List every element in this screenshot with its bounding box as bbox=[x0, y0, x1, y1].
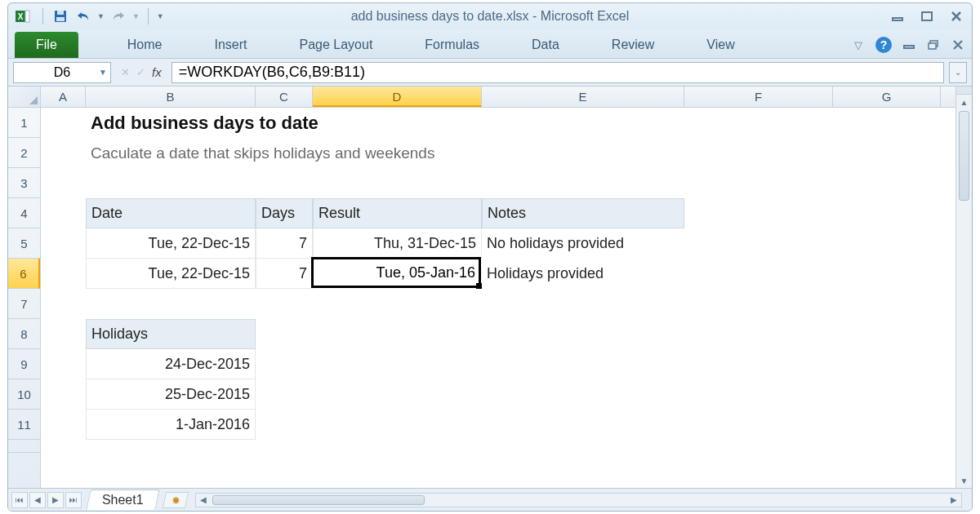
formula-input[interactable]: =WORKDAY(B6,C6,B9:B11) bbox=[172, 62, 944, 83]
cell-B11[interactable]: 1-Jan-2016 bbox=[86, 410, 256, 440]
scroll-left-icon[interactable]: ◀ bbox=[196, 494, 211, 507]
sheet-nav-last[interactable]: ⏭ bbox=[65, 492, 82, 508]
svg-rect-6 bbox=[893, 18, 902, 20]
svg-rect-10 bbox=[929, 43, 936, 49]
fill-handle[interactable] bbox=[476, 283, 482, 289]
row-header-7[interactable]: 7 bbox=[8, 289, 40, 319]
row-header-10[interactable]: 10 bbox=[8, 379, 40, 410]
active-cell[interactable]: Tue, 05-Jan-16 bbox=[311, 257, 481, 288]
vertical-scrollbar[interactable]: ▲ ▼ bbox=[956, 86, 972, 488]
qat-customize-icon[interactable]: ▼ bbox=[157, 12, 164, 20]
horizontal-scroll-thumb[interactable] bbox=[212, 495, 425, 505]
horizontal-scrollbar[interactable]: ◀ ▶ bbox=[195, 493, 962, 507]
name-box[interactable]: D6 ▼ bbox=[13, 62, 111, 83]
column-header-F[interactable]: F bbox=[684, 86, 833, 107]
cell-B9[interactable]: 24-Dec-2015 bbox=[86, 349, 256, 379]
svg-rect-7 bbox=[922, 12, 932, 20]
row-header-8[interactable]: 8 bbox=[8, 319, 40, 349]
name-box-dropdown-icon[interactable]: ▼ bbox=[99, 68, 107, 77]
cell-B4[interactable]: Date bbox=[86, 198, 256, 228]
ribbon-minimize-chevron-icon[interactable]: ▽ bbox=[851, 38, 866, 52]
undo-dropdown-icon[interactable]: ▼ bbox=[97, 12, 105, 20]
excel-window: X ▼ ▼ ▼ add business days to date.xlsx -… bbox=[7, 2, 973, 512]
titlebar: X ▼ ▼ ▼ add business days to date.xlsx -… bbox=[8, 3, 972, 29]
cell-C5[interactable]: 7 bbox=[256, 228, 313, 259]
cell-E5[interactable]: No holidays provided bbox=[482, 228, 684, 259]
cancel-formula-icon[interactable]: ✕ bbox=[121, 66, 130, 78]
column-header-D[interactable]: D bbox=[313, 86, 482, 107]
workbook-minimize-icon[interactable] bbox=[902, 38, 916, 52]
cell-C4[interactable]: Days bbox=[256, 198, 313, 228]
row-header-12[interactable] bbox=[8, 440, 40, 453]
tab-data[interactable]: Data bbox=[523, 32, 568, 58]
row-headers: 1234567891011 bbox=[8, 108, 41, 488]
column-header-A[interactable]: A bbox=[41, 86, 86, 107]
vertical-scroll-thumb[interactable] bbox=[959, 111, 969, 201]
help-button[interactable]: ? bbox=[875, 37, 892, 53]
tab-page-layout[interactable]: Page Layout bbox=[291, 32, 381, 58]
cell-B5[interactable]: Tue, 22-Dec-15 bbox=[86, 228, 256, 259]
save-button[interactable] bbox=[51, 7, 69, 25]
redo-button[interactable] bbox=[109, 7, 127, 25]
close-button[interactable] bbox=[947, 9, 965, 24]
cell-B6[interactable]: Tue, 22-Dec-15 bbox=[86, 259, 256, 289]
row-header-6[interactable]: 6 bbox=[8, 259, 40, 289]
tab-home[interactable]: Home bbox=[119, 32, 171, 58]
redo-dropdown-icon[interactable]: ▼ bbox=[132, 12, 140, 20]
new-sheet-button[interactable]: ✸ bbox=[163, 492, 189, 508]
tab-review[interactable]: Review bbox=[604, 32, 662, 58]
row-header-3[interactable]: 3 bbox=[8, 168, 40, 198]
excel-app-icon: X bbox=[15, 8, 31, 24]
scroll-up-icon[interactable]: ▲ bbox=[956, 95, 972, 109]
new-sheet-icon: ✸ bbox=[171, 494, 180, 506]
row-header-5[interactable]: 5 bbox=[8, 228, 40, 259]
cell-C6[interactable]: 7 bbox=[256, 259, 313, 289]
expand-formula-bar-button[interactable]: ⌄ bbox=[949, 62, 967, 83]
scroll-right-icon[interactable]: ▶ bbox=[947, 494, 961, 507]
column-header-G[interactable]: G bbox=[833, 86, 941, 107]
split-box[interactable] bbox=[956, 86, 973, 95]
scroll-down-icon[interactable]: ▼ bbox=[956, 473, 972, 488]
formula-text: =WORKDAY(B6,C6,B9:B11) bbox=[179, 64, 365, 81]
sheet-tab-sheet1[interactable]: Sheet1 bbox=[86, 490, 159, 510]
sheet-nav-first[interactable]: ⏮ bbox=[11, 492, 28, 508]
sheet-nav-prev[interactable]: ◀ bbox=[29, 492, 46, 508]
workbook-close-icon[interactable] bbox=[951, 38, 965, 52]
file-tab[interactable]: File bbox=[15, 32, 78, 58]
cell-D5[interactable]: Thu, 31-Dec-15 bbox=[313, 228, 482, 259]
tab-formulas[interactable]: Formulas bbox=[416, 32, 488, 58]
cell-B1[interactable]: Add business days to date bbox=[86, 108, 684, 138]
row-header-2[interactable]: 2 bbox=[8, 138, 40, 168]
svg-text:X: X bbox=[18, 12, 24, 21]
maximize-button[interactable] bbox=[918, 9, 936, 24]
insert-function-button[interactable]: fx bbox=[152, 65, 162, 79]
svg-rect-2 bbox=[25, 11, 29, 22]
undo-button[interactable] bbox=[74, 7, 92, 25]
accept-formula-icon[interactable]: ✓ bbox=[136, 66, 145, 78]
svg-rect-5 bbox=[56, 17, 65, 21]
row-header-4[interactable]: 4 bbox=[8, 198, 40, 228]
tab-insert[interactable]: Insert bbox=[206, 32, 255, 58]
minimize-button[interactable] bbox=[889, 9, 906, 24]
sheet-tab-label: Sheet1 bbox=[102, 493, 144, 507]
cell-E6[interactable]: Holidays provided bbox=[482, 259, 684, 289]
name-box-value: D6 bbox=[54, 65, 70, 80]
cell-B8[interactable]: Holidays bbox=[86, 319, 256, 349]
select-all-corner[interactable] bbox=[8, 86, 41, 107]
cell-E4[interactable]: Notes bbox=[482, 198, 684, 228]
sheet-nav-next[interactable]: ▶ bbox=[47, 492, 64, 508]
tab-view[interactable]: View bbox=[698, 32, 742, 58]
cells-area[interactable]: Add business days to dateCaculate a date… bbox=[41, 108, 972, 488]
cell-B2[interactable]: Caculate a date that skips holidays and … bbox=[86, 138, 684, 168]
column-header-E[interactable]: E bbox=[482, 86, 684, 107]
row-header-9[interactable]: 9 bbox=[8, 349, 40, 379]
cell-B10[interactable]: 25-Dec-2015 bbox=[86, 379, 256, 410]
column-header-B[interactable]: B bbox=[86, 86, 256, 107]
row-header-11[interactable]: 11 bbox=[8, 410, 40, 440]
worksheet-grid[interactable]: ABCDEFG 1234567891011 Add business days … bbox=[8, 86, 972, 488]
quick-access-toolbar: ▼ ▼ ▼ bbox=[39, 7, 164, 25]
column-header-C[interactable]: C bbox=[256, 86, 313, 107]
workbook-restore-icon[interactable] bbox=[926, 38, 941, 52]
cell-D4[interactable]: Result bbox=[313, 198, 482, 228]
row-header-1[interactable]: 1 bbox=[8, 108, 40, 138]
